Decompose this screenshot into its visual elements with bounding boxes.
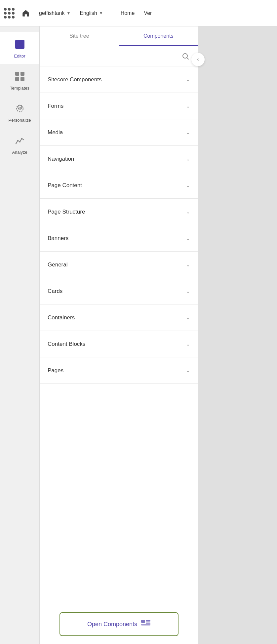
- lang-dropdown-label: English: [80, 10, 97, 16]
- svg-point-6: [17, 105, 23, 112]
- svg-point-10: [21, 138, 22, 139]
- sidebar-personalize-label: Personalize: [9, 118, 31, 123]
- sidebar-item-personalize[interactable]: Personalize: [0, 96, 39, 128]
- site-dropdown-arrow: ▼: [66, 11, 70, 16]
- sidebar-analyze-label: Analyze: [12, 150, 27, 155]
- component-item-label: Pages: [48, 367, 63, 374]
- component-item-label: Content Blocks: [48, 341, 85, 347]
- svg-line-12: [187, 58, 189, 60]
- component-item-label: Media: [48, 129, 63, 136]
- list-item[interactable]: Navigation ⌄: [40, 146, 198, 172]
- nav-home[interactable]: Home: [117, 8, 138, 18]
- home-icon[interactable]: [20, 7, 32, 19]
- component-item-label: Cards: [48, 288, 62, 295]
- list-item[interactable]: Sitecore Components ⌄: [40, 66, 198, 93]
- chevron-left-icon: ‹: [197, 57, 199, 62]
- lang-dropdown-arrow: ▼: [99, 11, 103, 16]
- svg-point-8: [17, 140, 19, 141]
- panel-search-area: [40, 46, 198, 66]
- sidebar-item-editor[interactable]: Editor: [0, 32, 39, 64]
- right-content-area: [198, 26, 277, 644]
- chevron-down-icon: ⌄: [186, 156, 190, 162]
- chevron-down-icon: ⌄: [186, 236, 190, 241]
- panel-back-button[interactable]: ‹: [191, 53, 205, 66]
- open-components-icon: [141, 619, 150, 629]
- lang-dropdown[interactable]: English ▼: [76, 8, 106, 18]
- left-sidebar: Editor Templates: [0, 26, 40, 644]
- list-item[interactable]: General ⌄: [40, 252, 198, 278]
- component-list: Sitecore Components ⌄ Forms ⌄ Media ⌄ Na…: [40, 66, 198, 604]
- sidebar-item-templates[interactable]: Templates: [0, 64, 39, 96]
- chevron-down-icon: ⌄: [186, 77, 190, 82]
- list-item[interactable]: Forms ⌄: [40, 93, 198, 119]
- chevron-down-icon: ⌄: [186, 368, 190, 373]
- panel-tabs: Site tree Components: [40, 26, 198, 46]
- component-item-label: Sitecore Components: [48, 76, 101, 83]
- component-item-label: General: [48, 262, 67, 268]
- list-item[interactable]: Page Structure ⌄: [40, 199, 198, 225]
- site-dropdown[interactable]: getfishtank ▼: [36, 8, 74, 18]
- svg-rect-16: [141, 624, 150, 625]
- svg-rect-13: [141, 620, 145, 623]
- chevron-down-icon: ⌄: [186, 315, 190, 320]
- templates-icon: [13, 69, 27, 84]
- sidebar-templates-label: Templates: [10, 86, 29, 91]
- nav-ver[interactable]: Ver: [140, 8, 155, 18]
- tab-site-tree[interactable]: Site tree: [40, 26, 119, 46]
- svg-rect-3: [15, 77, 19, 81]
- chevron-down-icon: ⌄: [186, 289, 190, 294]
- open-components-button[interactable]: Open Components: [59, 612, 178, 636]
- svg-rect-1: [15, 72, 19, 76]
- component-item-label: Page Content: [48, 182, 82, 189]
- list-item[interactable]: Banners ⌄: [40, 225, 198, 252]
- chevron-down-icon: ⌄: [186, 342, 190, 347]
- list-item[interactable]: Content Blocks ⌄: [40, 331, 198, 357]
- svg-point-9: [19, 141, 20, 142]
- component-item-label: Banners: [48, 235, 68, 242]
- app-grid-button[interactable]: [4, 8, 15, 19]
- chevron-down-icon: ⌄: [186, 103, 190, 109]
- chevron-down-icon: ⌄: [186, 262, 190, 267]
- svg-rect-14: [146, 620, 150, 622]
- site-dropdown-label: getfishtank: [39, 10, 64, 16]
- main-layout: Editor Templates: [0, 26, 277, 644]
- chevron-down-icon: ⌄: [186, 130, 190, 135]
- sidebar-item-analyze[interactable]: Analyze: [0, 128, 39, 160]
- topbar-divider: [112, 7, 112, 20]
- component-item-label: Page Structure: [48, 209, 85, 215]
- panel: ‹ Site tree Components Sitecore Compon: [40, 26, 198, 644]
- list-item[interactable]: Cards ⌄: [40, 278, 198, 304]
- search-button[interactable]: [179, 50, 191, 62]
- list-item[interactable]: Media ⌄: [40, 119, 198, 146]
- topbar: getfishtank ▼ English ▼ Home Ver: [0, 0, 277, 26]
- list-item[interactable]: Containers ⌄: [40, 304, 198, 331]
- tab-components[interactable]: Components: [119, 26, 198, 46]
- personalize-icon: [13, 101, 27, 116]
- analyze-icon: [13, 133, 27, 148]
- panel-footer: Open Components: [40, 604, 198, 644]
- chevron-down-icon: ⌄: [186, 183, 190, 188]
- svg-rect-2: [20, 72, 24, 76]
- component-item-label: Containers: [48, 314, 75, 321]
- component-item-label: Navigation: [48, 156, 74, 162]
- chevron-down-icon: ⌄: [186, 209, 190, 215]
- component-item-label: Forms: [48, 103, 63, 109]
- open-components-label: Open Components: [87, 621, 137, 628]
- editor-icon: [13, 37, 27, 52]
- list-item[interactable]: Pages ⌄: [40, 357, 198, 384]
- svg-rect-4: [20, 77, 24, 81]
- sidebar-editor-label: Editor: [14, 54, 25, 59]
- list-item[interactable]: Page Content ⌄: [40, 172, 198, 199]
